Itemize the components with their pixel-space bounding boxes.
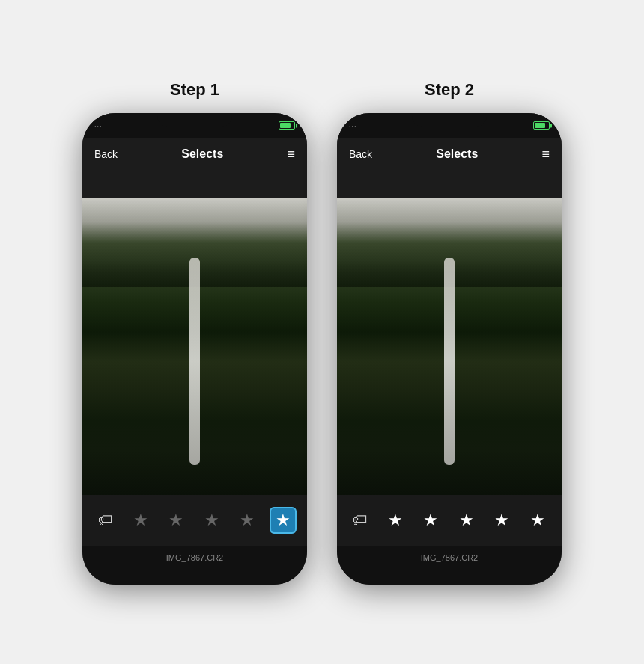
step1-title: Step 1 <box>170 80 219 100</box>
step1-filename-bar: IMG_7867.CR2 <box>82 546 307 570</box>
step2-title: Step 2 <box>425 80 474 100</box>
step1-star-4[interactable]: ★ <box>234 507 261 534</box>
step2-waterfall-bg <box>337 198 562 495</box>
step2-filename-bar: IMG_7867.CR2 <box>337 546 562 570</box>
step1-star-5[interactable]: ★ <box>270 507 297 534</box>
step1-phone: ··· Back Selects ≡ <box>82 113 307 585</box>
step1-filename: IMG_7867.CR2 <box>166 553 223 562</box>
step2-phone-bottom <box>337 570 562 585</box>
step1-navbar: Back Selects ≡ <box>82 138 307 171</box>
step2-toolbar <box>337 171 562 198</box>
step2-star-1[interactable]: ★ <box>382 507 409 534</box>
step2-nav-title: Selects <box>436 147 478 161</box>
step2-tag-shape: 🏷 <box>353 511 368 529</box>
step2-star-3[interactable]: ★ <box>453 507 480 534</box>
step2-nav-back[interactable]: Back <box>349 148 372 160</box>
page-container: Step 1 ··· Back Selects ≡ <box>67 58 577 607</box>
step1-nav-title: Selects <box>181 147 223 161</box>
step1-tag-shape: 🏷 <box>98 511 113 529</box>
step2-notch <box>412 113 487 127</box>
step2-status-bar: ··· <box>337 113 562 138</box>
step1-container: Step 1 ··· Back Selects ≡ <box>82 80 307 585</box>
step1-tag-icon[interactable]: 🏷 <box>93 508 118 533</box>
step2-status-left: ··· <box>349 122 357 130</box>
step2-rating-bar: 🏷 ★ ★ ★ ★ ★ <box>337 495 562 546</box>
step1-waterfall-stream <box>189 258 200 465</box>
step1-nav-menu[interactable]: ≡ <box>287 147 295 162</box>
step2-battery-icon <box>533 121 550 130</box>
step2-star-4[interactable]: ★ <box>488 507 515 534</box>
step2-tag-icon[interactable]: 🏷 <box>347 508 373 533</box>
step1-star-3[interactable]: ★ <box>198 507 225 534</box>
step1-toolbar <box>82 171 307 198</box>
step2-star-2[interactable]: ★ <box>417 507 444 534</box>
step1-phone-bottom <box>82 570 307 585</box>
step2-container: Step 2 ··· Back Selects ≡ <box>337 80 562 585</box>
step1-rating-bar: 🏷 ★ ★ ★ ★ ★ <box>82 495 307 546</box>
step1-status-bar: ··· <box>82 113 307 138</box>
step1-notch <box>157 113 232 127</box>
step2-phone: ··· Back Selects ≡ <box>337 113 562 585</box>
step2-filename: IMG_7867.CR2 <box>421 553 478 562</box>
step1-status-left: ··· <box>94 122 103 130</box>
step1-battery-fill <box>280 123 291 128</box>
step2-waterfall-stream <box>444 258 455 465</box>
step1-star-2[interactable]: ★ <box>162 507 189 534</box>
step1-nav-back[interactable]: Back <box>94 148 118 160</box>
step2-star-5[interactable]: ★ <box>524 507 551 534</box>
step1-battery-icon <box>279 121 295 130</box>
step1-waterfall-bg <box>82 198 307 495</box>
step1-status-right <box>279 121 295 130</box>
step1-star-1[interactable]: ★ <box>127 507 154 534</box>
step2-photo-area <box>337 198 562 495</box>
step2-battery-fill <box>535 123 545 128</box>
step1-photo-area <box>82 198 307 495</box>
step2-navbar: Back Selects ≡ <box>337 138 562 171</box>
step2-status-right <box>533 121 550 130</box>
step2-nav-menu[interactable]: ≡ <box>541 147 550 162</box>
